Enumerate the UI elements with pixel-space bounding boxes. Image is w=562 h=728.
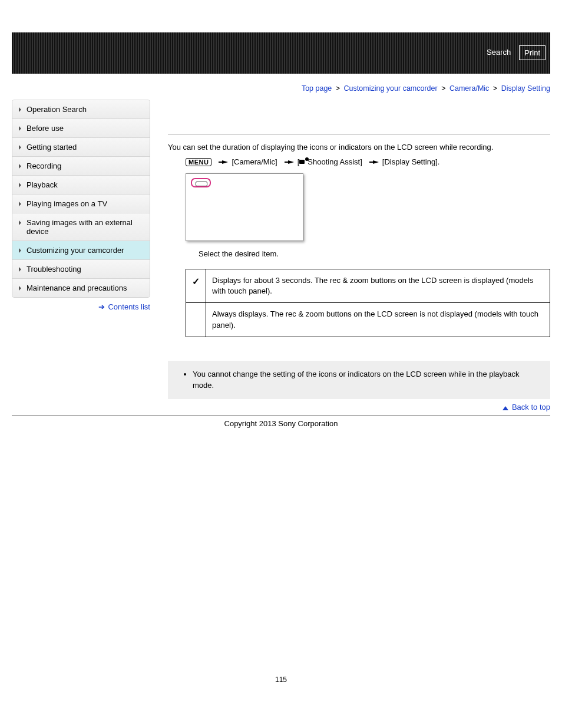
breadcrumb-leaf[interactable]: Display Setting xyxy=(501,84,550,93)
header-banner: Search Print xyxy=(12,32,550,74)
divider xyxy=(168,134,550,134)
sidebar-item-getting-started[interactable]: Getting started xyxy=(12,138,150,157)
menu-path: MENU [Camera/Mic] [Shooting Assist] [Dis… xyxy=(186,157,550,166)
step-instruction: Select the desired item. xyxy=(199,249,550,258)
path-segment-camera-mic: [Camera/Mic] xyxy=(232,157,277,166)
breadcrumb-category[interactable]: Customizing your camcorder xyxy=(344,84,438,93)
sidebar-item-operation-search[interactable]: Operation Search xyxy=(12,100,150,119)
path-segment-display-setting: [Display Setting]. xyxy=(382,157,440,166)
intro-text: You can set the duration of displaying t… xyxy=(168,143,550,151)
search-button[interactable]: Search xyxy=(482,45,515,60)
option-empty-icon xyxy=(186,303,206,337)
lcd-highlight-icon xyxy=(191,178,211,187)
copyright-text: Copyright 2013 Sony Corporation xyxy=(12,419,550,428)
note-box: You cannot change the setting of the ico… xyxy=(168,361,550,400)
table-row: Always displays. The rec & zoom buttons … xyxy=(186,303,550,337)
options-table: ✓ Displays for about 3 seconds. The rec … xyxy=(186,269,550,337)
table-row: ✓ Displays for about 3 seconds. The rec … xyxy=(186,269,550,303)
sidebar-item-saving-external[interactable]: Saving images with an external device xyxy=(12,213,150,241)
contents-list-link[interactable]: Contents list xyxy=(108,302,150,311)
option-text: Displays for about 3 seconds. The rec & … xyxy=(206,269,550,303)
path-segment-shooting-assist: [Shooting Assist] xyxy=(297,157,362,166)
arrow-right-icon: ➔ xyxy=(98,302,105,311)
arrow-icon xyxy=(222,160,228,164)
camera-icon xyxy=(299,159,308,164)
breadcrumb-subcategory[interactable]: Camera/Mic xyxy=(449,84,489,93)
sidebar-item-maintenance[interactable]: Maintenance and precautions xyxy=(12,279,150,297)
option-text: Always displays. The rec & zoom buttons … xyxy=(206,303,550,337)
sidebar-item-playing-on-tv[interactable]: Playing images on a TV xyxy=(12,195,150,213)
sidebar-item-customizing[interactable]: Customizing your camcorder xyxy=(12,241,150,260)
note-text: You cannot change the setting of the ico… xyxy=(193,369,541,391)
breadcrumb: Top page > Customizing your camcorder > … xyxy=(12,84,550,93)
back-to-top-link[interactable]: Back to top xyxy=(512,403,550,411)
sidebar-item-before-use[interactable]: Before use xyxy=(12,119,150,138)
sidebar-item-recording[interactable]: Recording xyxy=(12,157,150,176)
footer-divider xyxy=(12,415,550,416)
sidebar-nav: Operation Search Before use Getting star… xyxy=(12,100,150,298)
breadcrumb-top[interactable]: Top page xyxy=(302,84,332,93)
arrow-icon xyxy=(373,160,379,164)
sidebar-item-troubleshooting[interactable]: Troubleshooting xyxy=(12,260,150,279)
arrow-icon xyxy=(288,160,294,164)
lcd-illustration xyxy=(186,173,303,241)
page-number: 115 xyxy=(12,676,550,684)
checkmark-icon: ✓ xyxy=(186,269,206,303)
triangle-up-icon xyxy=(503,406,508,410)
menu-button-icon: MENU xyxy=(186,158,211,166)
print-button[interactable]: Print xyxy=(519,45,546,60)
sidebar-item-playback[interactable]: Playback xyxy=(12,176,150,195)
